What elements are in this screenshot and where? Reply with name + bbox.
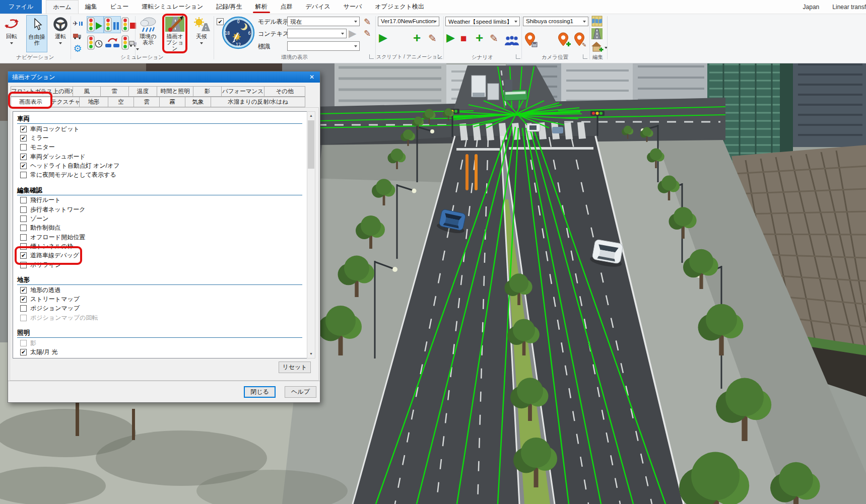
checkbox-checked[interactable]: ✔: [20, 154, 27, 160]
option-shadow[interactable]: 影: [17, 338, 302, 347]
checkbox-unchecked[interactable]: [20, 215, 27, 222]
dialog-tab-fog[interactable]: 霧: [159, 97, 185, 107]
camera-position-select[interactable]: Shibuya crossing1: [523, 17, 588, 26]
menu-tab-object-detection[interactable]: オブジェクト検出: [368, 0, 431, 14]
dialog-titlebar[interactable]: 描画オプション: [8, 71, 320, 83]
dialog-launcher-icon[interactable]: [516, 54, 520, 59]
dialog-tab-others[interactable]: その他: [264, 86, 305, 97]
camera-edit-button[interactable]: ✎: [573, 32, 587, 49]
dialog-launcher-icon[interactable]: [369, 54, 374, 59]
option-position-map[interactable]: ポジションマップ: [17, 304, 302, 313]
flight-mode-button[interactable]: ✈: [71, 17, 84, 29]
checkbox-unchecked[interactable]: [20, 225, 27, 231]
dialog-tab-shadow[interactable]: 影: [193, 86, 222, 97]
edit-road-button[interactable]: [590, 28, 604, 40]
checkbox-checked[interactable]: ✔: [20, 349, 27, 355]
dialog-tab-puddle-reflection[interactable]: 水溜まりの反射/水はね: [211, 97, 305, 107]
option-vehicle-dashboard[interactable]: ✔車両ダッシュボード: [17, 152, 302, 161]
weather-button[interactable]: 天候: [190, 15, 213, 52]
script-play-button[interactable]: ▶: [379, 32, 387, 43]
checkbox-checked[interactable]: ✔: [20, 296, 27, 303]
menu-tab-drive-simulation[interactable]: 運転シミュレーション: [135, 0, 210, 14]
checkbox-unchecked[interactable]: [20, 234, 27, 241]
dialog-tab-temperature[interactable]: 温度: [128, 86, 157, 97]
option-sun-moon-light[interactable]: ✔太陽/月 光: [17, 348, 302, 357]
script-edit-button[interactable]: ✎: [428, 33, 437, 43]
model-edit-button[interactable]: ✎: [364, 18, 371, 26]
dialog-tab-performance[interactable]: パフォーマンス: [221, 86, 264, 97]
dialog-tab-sky[interactable]: 空: [108, 97, 134, 107]
traffic-pause-button[interactable]: [104, 16, 121, 33]
checkbox-unchecked[interactable]: [20, 315, 27, 321]
scenario-participants-button[interactable]: [504, 35, 519, 48]
context-edit-button[interactable]: ✎: [364, 29, 371, 38]
scrollbar-thumb[interactable]: [308, 120, 314, 169]
option-street-map[interactable]: ✔ストリートマップ: [17, 295, 302, 304]
option-pedestrian-network[interactable]: 歩行者ネットワーク: [17, 205, 302, 214]
time-clock-widget[interactable]: 0 6 12 18: [222, 16, 255, 51]
checkbox-checked[interactable]: ✔: [20, 126, 27, 132]
checkbox-unchecked[interactable]: [20, 206, 27, 213]
option-vehicle-cockpit[interactable]: ✔車両コックピット: [17, 124, 302, 133]
dialog-tab-time-lighting[interactable]: 時間と照明: [157, 86, 193, 97]
traffic-generate-button[interactable]: [104, 34, 121, 51]
option-mirror[interactable]: ✔ミラー: [17, 133, 302, 142]
traffic-start-button[interactable]: [87, 16, 104, 33]
close-icon[interactable]: ✕: [304, 71, 320, 83]
context-select[interactable]: [287, 29, 347, 38]
option-zone[interactable]: ゾーン: [17, 214, 302, 223]
option-monitor[interactable]: モニター: [17, 143, 302, 152]
checkbox-checked[interactable]: ✔: [20, 163, 27, 169]
checkbox-unchecked[interactable]: [20, 305, 27, 312]
scrollbar[interactable]: ▲ ▼: [307, 111, 315, 358]
sign-select[interactable]: [287, 41, 360, 51]
dialog-tab-cloud[interactable]: 雲: [134, 97, 160, 107]
checkbox-checked[interactable]: ✔: [20, 287, 27, 294]
checkbox-checked[interactable]: ✔: [20, 135, 27, 141]
camera-save-button[interactable]: [524, 32, 538, 49]
menu-tab-point-cloud[interactable]: 点群: [274, 0, 299, 14]
menu-tab-edit[interactable]: 編集: [79, 0, 104, 14]
menu-tab-record-play[interactable]: 記録/再生: [210, 0, 248, 14]
menu-tab-server[interactable]: サーバ: [337, 0, 369, 14]
option-position-map-rotation[interactable]: ポジションマップの回転: [17, 313, 302, 322]
scenario-select[interactable]: Weather【speed limits】: [445, 17, 520, 26]
camera-add-button[interactable]: [557, 32, 571, 49]
context-play-button[interactable]: ▶: [349, 28, 356, 38]
edit-map-button[interactable]: [590, 15, 604, 27]
dialog-tab-thunder[interactable]: 雷: [100, 86, 129, 97]
option-terrain-transparency[interactable]: ✔地形の透過: [17, 285, 302, 295]
simulation-settings-button[interactable]: ⚙: [71, 42, 84, 54]
model-display-select[interactable]: 現在: [287, 17, 360, 26]
menu-right-linear[interactable]: Linear transf: [832, 4, 866, 11]
environment-display-button[interactable]: 環境の表示: [137, 15, 160, 52]
menu-tab-analysis[interactable]: 解析: [249, 0, 274, 14]
drive-button[interactable]: 運転: [50, 15, 71, 52]
option-headlight-auto[interactable]: ✔ヘッドライト自動点灯 オン/オフ: [17, 161, 302, 170]
option-flight-route[interactable]: 飛行ルート: [17, 196, 302, 205]
menu-tab-home[interactable]: ホーム: [46, 0, 79, 14]
checkbox-unchecked[interactable]: [20, 144, 27, 151]
menu-tab-view[interactable]: ビュー: [104, 0, 136, 14]
option-offroad-start[interactable]: オフロード開始位置: [17, 233, 302, 242]
scroll-down-icon[interactable]: ▼: [307, 350, 315, 358]
menu-right-region[interactable]: Japan: [803, 4, 820, 11]
option-always-night-model[interactable]: 常に夜間モデルとして表示する: [17, 170, 302, 179]
dialog-tab-terrain[interactable]: 地形: [79, 97, 108, 107]
checkbox-unchecked[interactable]: [20, 172, 27, 178]
reset-button[interactable]: リセット: [279, 362, 311, 373]
edit-model-button[interactable]: [589, 41, 605, 53]
checkbox-unchecked[interactable]: [20, 197, 27, 203]
traffic-timer-button[interactable]: [87, 34, 104, 51]
option-motion-control-point[interactable]: 動作制御点: [17, 224, 302, 233]
scenario-stop-button[interactable]: ■: [460, 33, 467, 43]
dialog-launcher-icon[interactable]: [583, 54, 587, 59]
dialog-tab-weather[interactable]: 気象: [185, 97, 211, 107]
script-add-button[interactable]: +: [413, 31, 421, 44]
dialog-launcher-icon[interactable]: [438, 54, 442, 59]
dialog-tab-texture[interactable]: テクスチャ: [50, 97, 80, 107]
scenario-edit-button[interactable]: ✎: [490, 33, 498, 43]
menu-tab-file[interactable]: ファイル: [0, 0, 42, 14]
checkbox-unchecked[interactable]: [20, 340, 27, 346]
rotate-button[interactable]: 回転: [1, 15, 22, 52]
